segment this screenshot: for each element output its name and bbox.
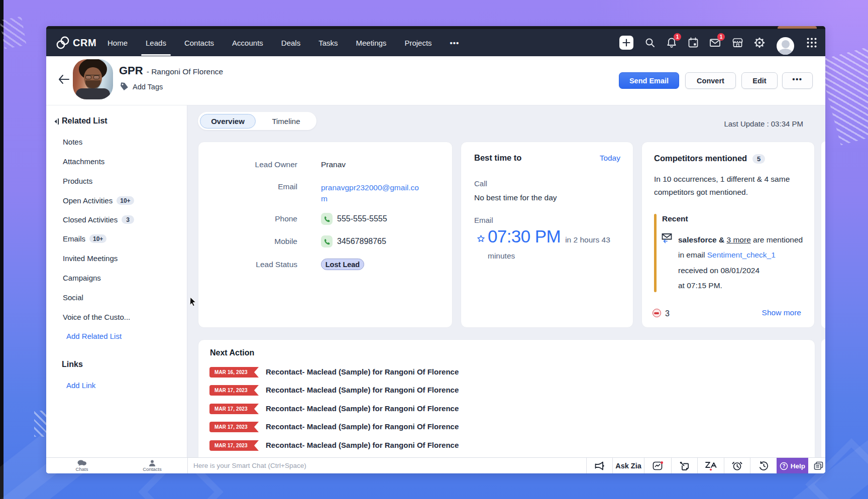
svg-text:?: ? <box>782 463 785 469</box>
